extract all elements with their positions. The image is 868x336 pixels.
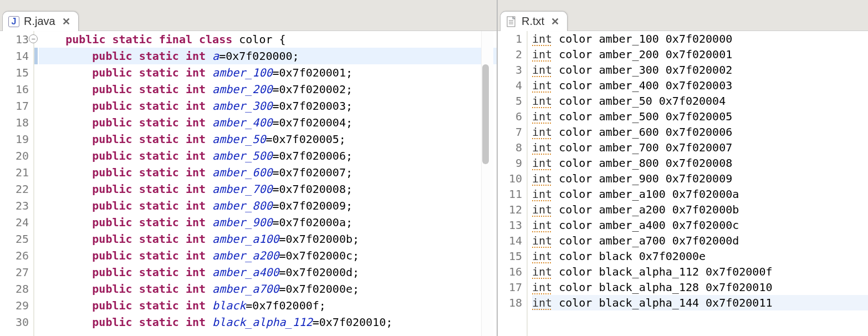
close-icon[interactable]: ✕ bbox=[551, 16, 559, 28]
text-file-icon bbox=[506, 16, 517, 27]
line-number: 9 bbox=[498, 155, 523, 171]
line-number: 19 bbox=[0, 131, 30, 147]
text-line[interactable]: int color amber_a100 0x7f02000a bbox=[532, 186, 868, 202]
code-line[interactable]: public static int amber_600=0x7f020007; bbox=[39, 164, 497, 181]
tab-r-txt[interactable]: R.txt ✕ bbox=[500, 11, 568, 31]
line-number: 30 bbox=[0, 314, 30, 330]
text-line[interactable]: int color black 0x7f02000e bbox=[532, 248, 868, 264]
line-number: 18 bbox=[498, 295, 523, 310]
line-number: 23 bbox=[0, 197, 30, 214]
line-number: 11 bbox=[498, 186, 523, 202]
close-icon[interactable]: ✕ bbox=[62, 16, 70, 28]
code-line[interactable]: public static final class color { bbox=[39, 31, 497, 48]
code-line[interactable]: public static int amber_700=0x7f020008; bbox=[39, 181, 497, 197]
code-line[interactable]: public static int amber_a700=0x7f02000e; bbox=[39, 281, 497, 297]
text-line[interactable]: int color amber_900 0x7f020009 bbox=[532, 171, 868, 186]
line-number: 10 bbox=[498, 171, 523, 186]
line-number: 21 bbox=[0, 164, 30, 181]
tab-label: R.txt bbox=[522, 15, 544, 28]
line-number: 29 bbox=[0, 297, 30, 314]
line-number: 24 bbox=[0, 214, 30, 231]
code-area[interactable]: int color amber_100 0x7f020000int color … bbox=[528, 31, 868, 336]
vertical-scrollbar[interactable] bbox=[482, 64, 489, 164]
text-line[interactable]: int color amber_500 0x7f020005 bbox=[532, 109, 868, 124]
text-line[interactable]: int color amber_a200 0x7f02000b bbox=[532, 202, 868, 217]
code-line[interactable]: public static int black_alpha_112=0x7f02… bbox=[39, 314, 497, 330]
code-line[interactable]: public static int amber_a400=0x7f02000d; bbox=[39, 264, 497, 281]
tab-label: R.java bbox=[24, 15, 55, 28]
line-number: 7 bbox=[498, 124, 523, 140]
line-number: 12 bbox=[498, 202, 523, 217]
code-line[interactable]: public static int amber_200=0x7f020002; bbox=[39, 81, 497, 98]
text-line[interactable]: int color black_alpha_144 0x7f020011 bbox=[532, 295, 868, 310]
text-line[interactable]: int color amber_a400 0x7f02000c bbox=[532, 217, 868, 233]
text-line[interactable]: int color amber_100 0x7f020000 bbox=[532, 31, 868, 47]
code-line[interactable]: public static int amber_900=0x7f02000a; bbox=[39, 214, 497, 231]
line-number: 13 bbox=[498, 217, 523, 233]
text-line[interactable]: int color amber_a700 0x7f02000d bbox=[532, 233, 868, 248]
line-number: 13− bbox=[0, 31, 30, 48]
line-number: 18 bbox=[0, 114, 30, 131]
tab-bar-right: R.txt ✕ bbox=[498, 0, 868, 31]
text-line[interactable]: int color amber_400 0x7f020003 bbox=[532, 78, 868, 93]
line-number: 4 bbox=[498, 78, 523, 93]
line-number: 5 bbox=[498, 93, 523, 109]
code-line[interactable]: public static int a=0x7f020000; bbox=[39, 48, 497, 64]
line-number: 14 bbox=[0, 48, 30, 64]
code-editor-txt[interactable]: 123456789101112131415161718 int color am… bbox=[498, 31, 868, 336]
tab-bar-left: J R.java ✕ bbox=[0, 0, 497, 31]
code-line[interactable]: public static int amber_50=0x7f020005; bbox=[39, 131, 497, 147]
code-editor-java[interactable]: 13−1415161718192021222324252627282930 pu… bbox=[0, 31, 497, 336]
java-file-icon: J bbox=[8, 16, 19, 27]
text-line[interactable]: int color amber_50 0x7f020004 bbox=[532, 93, 868, 109]
text-line[interactable]: int color amber_200 0x7f020001 bbox=[532, 47, 868, 62]
line-number: 15 bbox=[0, 64, 30, 81]
code-line[interactable]: public static int amber_800=0x7f020009; bbox=[39, 197, 497, 214]
text-line[interactable]: int color amber_800 0x7f020008 bbox=[532, 155, 868, 171]
line-number: 27 bbox=[0, 264, 30, 281]
code-line[interactable]: public static int amber_a200=0x7f02000c; bbox=[39, 247, 497, 264]
text-line[interactable]: int color amber_300 0x7f020002 bbox=[532, 62, 868, 78]
change-marker bbox=[34, 48, 38, 64]
line-number: 16 bbox=[498, 264, 523, 279]
code-line[interactable]: public static int amber_a100=0x7f02000b; bbox=[39, 231, 497, 247]
line-number: 6 bbox=[498, 109, 523, 124]
line-number: 3 bbox=[498, 62, 523, 78]
line-number: 28 bbox=[0, 281, 30, 297]
line-number: 22 bbox=[0, 181, 30, 197]
text-line[interactable]: int color black_alpha_128 0x7f020010 bbox=[532, 279, 868, 295]
line-number: 25 bbox=[0, 231, 30, 247]
line-number: 2 bbox=[498, 47, 523, 62]
line-gutter: 123456789101112131415161718 bbox=[498, 31, 528, 336]
code-line[interactable]: public static int amber_400=0x7f020004; bbox=[39, 114, 497, 131]
editor-pane-txt: R.txt ✕ 123456789101112131415161718 int … bbox=[498, 0, 868, 336]
text-line[interactable]: int color amber_700 0x7f020007 bbox=[532, 140, 868, 155]
line-number: 15 bbox=[498, 248, 523, 264]
line-number: 17 bbox=[498, 279, 523, 295]
code-line[interactable]: public static int amber_100=0x7f020001; bbox=[39, 64, 497, 81]
line-number: 26 bbox=[0, 247, 30, 264]
tab-r-java[interactable]: J R.java ✕ bbox=[2, 11, 79, 31]
line-number: 14 bbox=[498, 233, 523, 248]
code-line[interactable]: public static int black=0x7f02000f; bbox=[39, 297, 497, 314]
line-number: 1 bbox=[498, 31, 523, 47]
line-number: 17 bbox=[0, 98, 30, 114]
code-line[interactable]: public static int amber_500=0x7f020006; bbox=[39, 147, 497, 164]
code-line[interactable]: public static int amber_300=0x7f020003; bbox=[39, 98, 497, 114]
text-line[interactable]: int color black_alpha_112 0x7f02000f bbox=[532, 264, 868, 279]
line-number: 8 bbox=[498, 140, 523, 155]
line-number: 20 bbox=[0, 147, 30, 164]
code-area[interactable]: public static final class color { public… bbox=[34, 31, 497, 336]
editor-pane-java: J R.java ✕ 13−14151617181920212223242526… bbox=[0, 0, 498, 336]
text-line[interactable]: int color amber_600 0x7f020006 bbox=[532, 124, 868, 140]
line-number: 16 bbox=[0, 81, 30, 98]
line-gutter: 13−1415161718192021222324252627282930 bbox=[0, 31, 34, 336]
